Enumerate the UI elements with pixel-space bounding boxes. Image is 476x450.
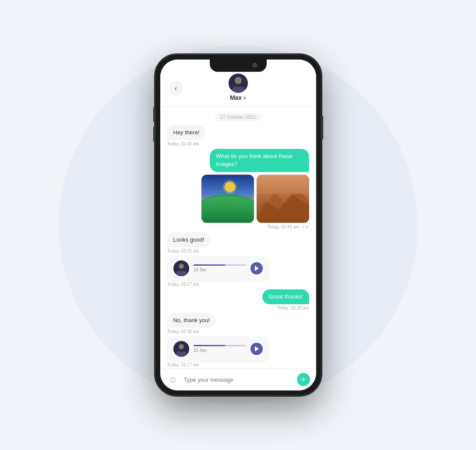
date-divider: 17 October 2021 <box>215 113 261 121</box>
volume-up-button <box>153 107 155 122</box>
play-button-2[interactable] <box>250 343 263 355</box>
svg-point-8 <box>223 180 237 194</box>
header-center: Max ∨ <box>229 81 248 101</box>
play-button[interactable] <box>250 262 263 274</box>
svg-point-14 <box>179 264 184 269</box>
phone-frame: ‹ Max ∨ <box>155 54 321 396</box>
message-row: Great thanks! Today, 03:30 am <box>167 289 309 310</box>
image-attachment-container <box>201 175 309 223</box>
message-row: What do you think about these images? <box>167 149 309 172</box>
contact-name[interactable]: Max ∨ <box>230 94 246 101</box>
message-time: Today, 03:17 am <box>167 282 199 287</box>
image-thumbnail-cliff[interactable] <box>257 175 309 223</box>
phone-notch <box>210 60 267 72</box>
audio-sender-avatar <box>173 260 189 276</box>
emoji-icon: ☺ <box>168 375 177 385</box>
volume-down-button <box>153 127 155 142</box>
message-bubble: Great thanks! <box>262 289 309 304</box>
message-time: Today, 03:38 am <box>167 329 199 334</box>
message-time: Today, 02:48 am ✓✓ <box>267 224 309 230</box>
emoji-button[interactable]: ☺ <box>166 373 180 386</box>
audio-waveform <box>194 264 246 266</box>
message-row-images: Today, 02:48 am ✓✓ <box>167 175 309 230</box>
chat-input-bar: ☺ + <box>160 368 316 390</box>
chat-body[interactable]: 17 October 2021 Hey there! Today, 02:40 … <box>160 107 316 368</box>
message-time: Today, 03:16 am <box>167 249 199 253</box>
audio-waveform <box>194 345 246 346</box>
audio-content: 15 Sec <box>194 345 246 353</box>
message-bubble: No, thank you! <box>167 313 216 328</box>
message-time: Today, 02:40 am <box>167 141 199 146</box>
read-tick-icon: ✓✓ <box>301 224 309 230</box>
back-button[interactable]: ‹ <box>169 81 183 95</box>
back-arrow-icon: ‹ <box>175 85 177 92</box>
message-time: Today, 03:30 am <box>277 306 309 310</box>
svg-point-5 <box>201 199 232 221</box>
play-icon <box>255 346 259 352</box>
audio-content: 15 Sec <box>194 264 246 272</box>
power-button <box>321 116 323 140</box>
audio-message-2: 15 Sec <box>167 337 269 361</box>
message-input[interactable] <box>184 376 293 383</box>
svg-rect-12 <box>295 185 296 190</box>
message-bubble: Hey there! <box>167 125 206 140</box>
play-icon <box>255 266 259 271</box>
message-row-audio: 15 Sec Today, 03:17 am <box>167 256 309 287</box>
message-bubble: What do you think about these images? <box>210 149 309 172</box>
nature-image <box>201 175 254 223</box>
svg-point-1 <box>235 77 242 84</box>
svg-rect-18 <box>176 352 187 357</box>
message-row: Looks good! Today, 03:16 am <box>167 232 309 253</box>
svg-point-17 <box>179 344 184 349</box>
message-row-audio-2: 15 Sec Today, 03:17 am <box>167 337 309 367</box>
message-row: No, thank you! Today, 03:38 am <box>167 313 309 334</box>
message-time: Today, 03:17 am <box>167 362 199 367</box>
contact-avatar <box>229 74 248 93</box>
phone-mockup: ‹ Max ∨ <box>155 54 321 396</box>
message-bubble: Looks good! <box>167 232 211 247</box>
cliff-image <box>257 175 309 223</box>
image-thumbnail-nature[interactable] <box>201 175 254 223</box>
front-camera <box>253 63 257 67</box>
audio-duration: 15 Sec <box>194 267 246 272</box>
svg-point-4 <box>201 194 254 223</box>
add-attachment-button[interactable]: + <box>297 373 310 386</box>
audio-duration: 15 Sec <box>194 348 246 353</box>
svg-rect-2 <box>232 87 244 93</box>
plus-icon: + <box>301 375 306 384</box>
svg-rect-15 <box>176 271 187 276</box>
audio-sender-avatar <box>173 341 189 357</box>
message-row: Hey there! Today, 02:40 am <box>167 125 309 146</box>
svg-point-6 <box>226 203 254 221</box>
phone-screen: ‹ Max ∨ <box>160 60 316 390</box>
audio-message: 15 Sec <box>167 256 269 281</box>
chevron-down-icon: ∨ <box>243 95 246 100</box>
